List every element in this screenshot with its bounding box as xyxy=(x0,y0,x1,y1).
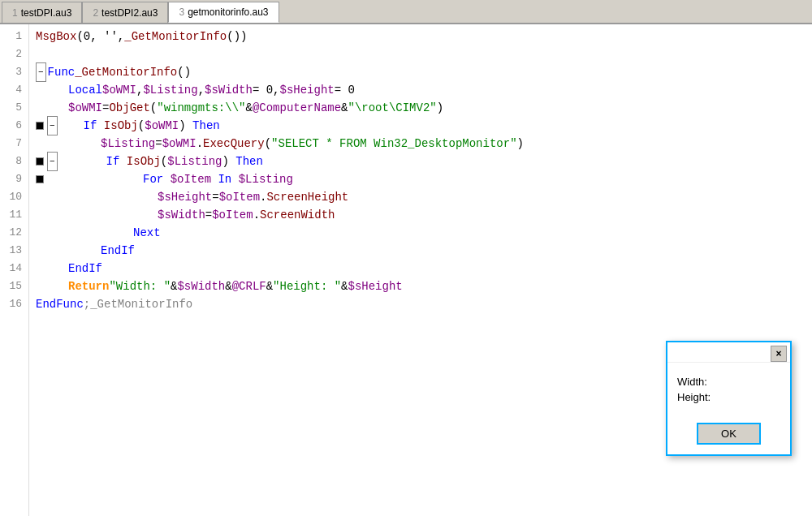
dialog-footer: OK xyxy=(667,416,790,454)
dialog-titlebar: × xyxy=(667,342,790,363)
tab-3[interactable]: 3 getmonitorinfo.au3 xyxy=(168,2,279,23)
code-line-12: Next xyxy=(29,224,812,242)
breakpoint-6 xyxy=(36,122,44,130)
code-line-10: $sHeight = $oItem.ScreenHeight xyxy=(29,188,812,206)
tab-bar: 1 testDPI.au3 2 testDPI2.au3 3 getmonito… xyxy=(0,0,812,24)
code-line-3: − Func _GetMonitorInfo() xyxy=(29,63,812,81)
code-line-2 xyxy=(29,45,812,63)
breakpoint-9 xyxy=(36,175,44,183)
breakpoint-8 xyxy=(36,157,44,166)
code-line-13: EndIf xyxy=(29,242,812,260)
message-dialog: × Width: Height: OK xyxy=(666,341,792,456)
code-line-15: Return "Width: " & $sWidth & @CRLF & "He… xyxy=(29,277,812,295)
code-line-11: $sWidth = $oItem.ScreenWidth xyxy=(29,206,812,224)
code-line-1: MsgBox(0, '', _GetMonitorInfo()) xyxy=(29,28,812,45)
collapse-3[interactable]: − xyxy=(36,62,46,82)
dialog-body: Width: Height: xyxy=(667,363,790,416)
line-numbers: 1 2 3 4 5 6 7 8 9 10 11 12 13 14 15 16 xyxy=(0,24,29,516)
code-line-7: $Listing = $oWMI.ExecQuery("SELECT * FRO… xyxy=(29,135,812,153)
tab-1[interactable]: 1 testDPI.au3 xyxy=(2,2,82,23)
collapse-8[interactable]: − xyxy=(47,152,58,171)
code-line-9: For $oItem In $Listing xyxy=(29,170,812,188)
code-line-14: EndIf xyxy=(29,260,812,277)
dialog-ok-button[interactable]: OK xyxy=(697,423,761,445)
tab-2[interactable]: 2 testDPI2.au3 xyxy=(82,2,168,23)
dialog-close-button[interactable]: × xyxy=(771,346,787,362)
code-line-4: Local $oWMI, $Listing, $sWidth = 0, $sHe… xyxy=(29,81,812,99)
code-line-6: − If IsObj($oWMI) Then xyxy=(29,117,812,135)
code-line-8: − If IsObj($Listing) Then xyxy=(29,153,812,170)
collapse-6[interactable]: − xyxy=(47,116,58,135)
dialog-width-text: Width: xyxy=(677,376,780,388)
dialog-height-text: Height: xyxy=(677,391,780,403)
code-line-16: EndFunc ;_GetMonitorInfo xyxy=(29,295,812,313)
editor: 1 2 3 4 5 6 7 8 9 10 11 12 13 14 15 16 M… xyxy=(0,24,812,516)
code-line-5: $oWMI = ObjGet("winmgmts:\\" & @Computer… xyxy=(29,99,812,117)
